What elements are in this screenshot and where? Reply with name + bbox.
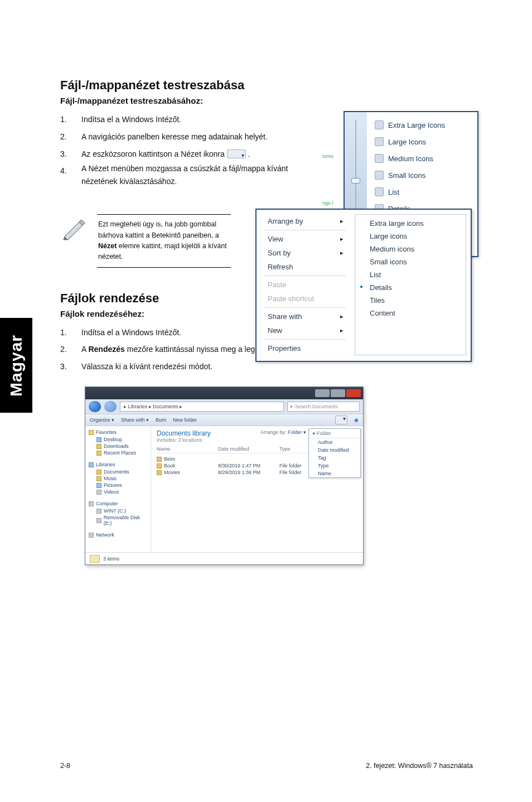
- ctx-view[interactable]: View▸: [260, 232, 349, 246]
- sb-recent[interactable]: Recent Places: [89, 450, 147, 456]
- view-option-medium[interactable]: Medium Icons: [371, 150, 477, 167]
- status-folder-icon: [90, 555, 100, 563]
- arrange-label: Arrange by:: [260, 429, 287, 435]
- sb-libraries[interactable]: Libraries: [89, 462, 147, 467]
- nav-forward-button[interactable]: [104, 401, 117, 412]
- drive-icon: [96, 509, 101, 514]
- tb-share[interactable]: Share with ▾: [121, 417, 149, 423]
- view-option-extra-large[interactable]: Extra Large Icons: [371, 117, 477, 133]
- arrange-date[interactable]: Date modified: [309, 446, 360, 454]
- pencil-icon: [60, 214, 87, 241]
- arrange-current: ● Folder: [309, 429, 360, 438]
- page-footer: 2-8 2. fejezet: Windows® 7 használata: [60, 762, 473, 770]
- computer-icon: [89, 501, 94, 506]
- ctx-view-medium[interactable]: Medium icons: [355, 243, 466, 255]
- arrange-author[interactable]: Author: [309, 438, 360, 446]
- window-maximize-button[interactable]: [331, 389, 345, 397]
- s1-step3: Az eszközsoron kattintson a Nézet ikonra…: [81, 146, 250, 163]
- s1-step1: Indítsa el a Windows Intézőt.: [81, 111, 181, 128]
- sb-downloads[interactable]: Downloads: [89, 443, 147, 450]
- ctx-share-with[interactable]: Share with▸: [260, 310, 349, 323]
- ctx-view-tiles[interactable]: Tiles: [355, 294, 466, 307]
- view-option-large[interactable]: Large Icons: [371, 133, 477, 150]
- view-option-list[interactable]: List: [371, 183, 477, 200]
- sb-pictures[interactable]: Pictures: [89, 482, 147, 489]
- breadcrumb[interactable]: ▸ Libraries ▸ Documents ▸: [120, 402, 284, 412]
- ctx-new[interactable]: New▸: [260, 323, 349, 337]
- titlebar: [85, 387, 363, 399]
- ctx-view-content[interactable]: Content: [355, 307, 466, 320]
- pictures-icon: [96, 483, 101, 488]
- ctx-view-list[interactable]: List: [355, 268, 466, 281]
- videos-icon: [96, 490, 101, 495]
- tb-view-icon[interactable]: [335, 416, 347, 424]
- folder-icon: [157, 457, 162, 462]
- explorer-window: ▸ Libraries ▸ Documents ▸ ▾ Search Docum…: [85, 386, 364, 565]
- network-icon: [89, 533, 94, 538]
- ctx-arrange-by[interactable]: Arrange by▸: [260, 214, 349, 228]
- tb-newfolder[interactable]: New folder: [173, 417, 197, 423]
- context-menu[interactable]: Arrange by▸ View▸ Sort by▸ Refresh Paste…: [255, 209, 472, 362]
- arrange-name[interactable]: Name: [309, 470, 360, 477]
- ctx-view-small[interactable]: Small icons: [355, 255, 466, 268]
- sb-desktop[interactable]: Desktop: [89, 436, 147, 443]
- ctx-view-xl[interactable]: Extra large icons: [355, 217, 466, 230]
- toolbar: Organize ▾ Share with ▾ Burn New folder …: [85, 414, 363, 426]
- ctx-view-large[interactable]: Large icons: [355, 230, 466, 243]
- sb-removable[interactable]: Removable Disk (E:): [89, 514, 147, 526]
- sb-videos[interactable]: Videos: [89, 489, 147, 495]
- sb-computer[interactable]: Computer: [89, 501, 147, 506]
- window-minimize-button[interactable]: [315, 389, 330, 397]
- list-icon: [375, 187, 384, 196]
- sidebar: Favorites Desktop Downloads Recent Place…: [85, 426, 151, 552]
- footer-left: 2-8: [60, 762, 70, 770]
- arrange-tag[interactable]: Tag: [309, 454, 360, 462]
- sb-favorites[interactable]: Favorites: [89, 429, 147, 435]
- ctx-paste-shortcut: Paste shortcut: [260, 292, 349, 306]
- large-icons-icon: [375, 137, 384, 146]
- recent-icon: [96, 451, 101, 456]
- tb-organize[interactable]: Organize ▾: [90, 417, 114, 423]
- s1-step4: A Nézet menüben mozgassa a csúszkát a fá…: [81, 162, 300, 187]
- ctx-view-details[interactable]: Details: [355, 281, 466, 294]
- folder-icon: [157, 470, 162, 475]
- section1-subheading: Fájl-/mappanézet testreszabásához:: [60, 96, 478, 105]
- section1-steps: 1.Indítsa el a Windows Intézőt. 2.A navi…: [60, 111, 300, 187]
- libraries-icon: [89, 462, 94, 467]
- desktop-icon: [96, 437, 101, 442]
- content-area: Fájl-/mappanézet testreszabása Fájl-/map…: [60, 78, 478, 565]
- status-count: 3 items: [103, 556, 119, 562]
- navbar: ▸ Libraries ▸ Documents ▸ ▾ Search Docum…: [85, 399, 363, 414]
- documents-icon: [96, 470, 101, 475]
- downloads-icon: [96, 444, 101, 449]
- view-slider-thumb[interactable]: [351, 178, 360, 183]
- nav-back-button[interactable]: [89, 401, 101, 412]
- footer-right: 2. fejezet: Windows® 7 használata: [366, 762, 473, 770]
- sb-network[interactable]: Network: [89, 532, 147, 538]
- sb-cdrive[interactable]: WIN7 (C:): [89, 508, 147, 514]
- music-icon: [96, 476, 101, 481]
- arrange-dropdown[interactable]: ● Folder Author Date modified Tag Type N…: [308, 428, 361, 478]
- star-icon: [89, 430, 94, 435]
- context-menu-right: Extra large icons Large icons Medium ico…: [355, 214, 466, 355]
- ctx-properties[interactable]: Properties: [260, 341, 349, 355]
- view-option-small[interactable]: Small Icons: [371, 167, 477, 183]
- ctx-refresh[interactable]: Refresh: [260, 260, 349, 274]
- language-tab: Magyar: [0, 318, 32, 413]
- sb-documents[interactable]: Documents: [89, 468, 147, 475]
- sb-music[interactable]: Music: [89, 475, 147, 482]
- arrange-value[interactable]: Folder ▾: [288, 429, 306, 435]
- s2-step3: Válassza ki a kívánt rendezési módot.: [81, 358, 212, 375]
- context-menu-left: Arrange by▸ View▸ Sort by▸ Refresh Paste…: [260, 214, 349, 355]
- tb-help-icon[interactable]: ◉: [354, 417, 359, 423]
- window-close-button[interactable]: [346, 389, 361, 397]
- ctx-sort-by[interactable]: Sort by▸: [260, 246, 349, 260]
- tb-burn[interactable]: Burn: [156, 417, 166, 423]
- ctx-paste: Paste: [260, 278, 349, 292]
- search-input[interactable]: ▾ Search Documents: [287, 402, 360, 412]
- strip-tag-bottom: nge l: [322, 200, 333, 206]
- small-icons-icon: [375, 171, 384, 180]
- arrange-type[interactable]: Type: [309, 462, 360, 470]
- view-toolbar-icon: [227, 149, 246, 158]
- status-bar: 3 items: [85, 552, 363, 564]
